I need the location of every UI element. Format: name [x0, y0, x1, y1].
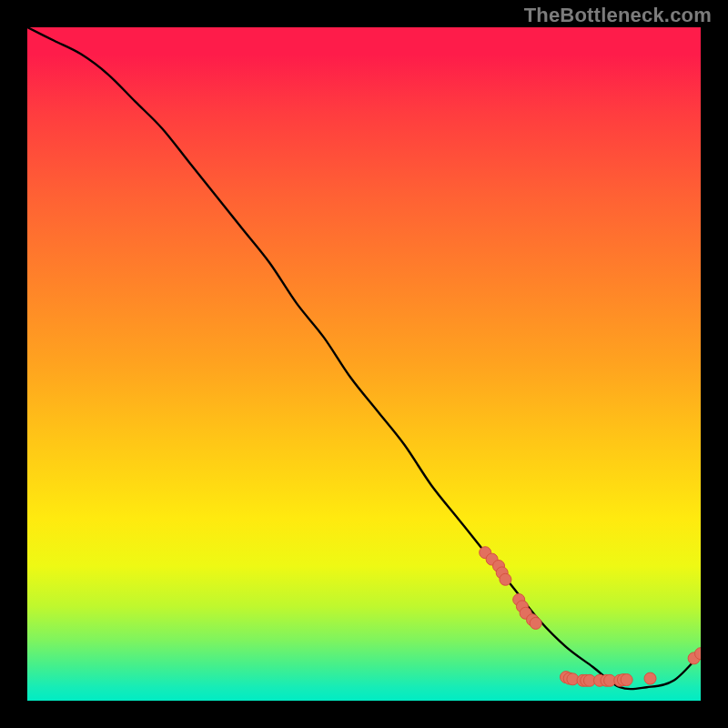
data-marker [500, 573, 511, 585]
data-marker [621, 674, 632, 686]
data-marker [644, 672, 656, 684]
gradient-plot-area [27, 27, 701, 701]
data-marker [530, 617, 541, 629]
watermark-text: TheBottleneck.com [524, 4, 712, 27]
chart-frame: TheBottleneck.com [0, 0, 728, 728]
curve-layer [27, 27, 701, 701]
bottleneck-curve [27, 27, 701, 689]
